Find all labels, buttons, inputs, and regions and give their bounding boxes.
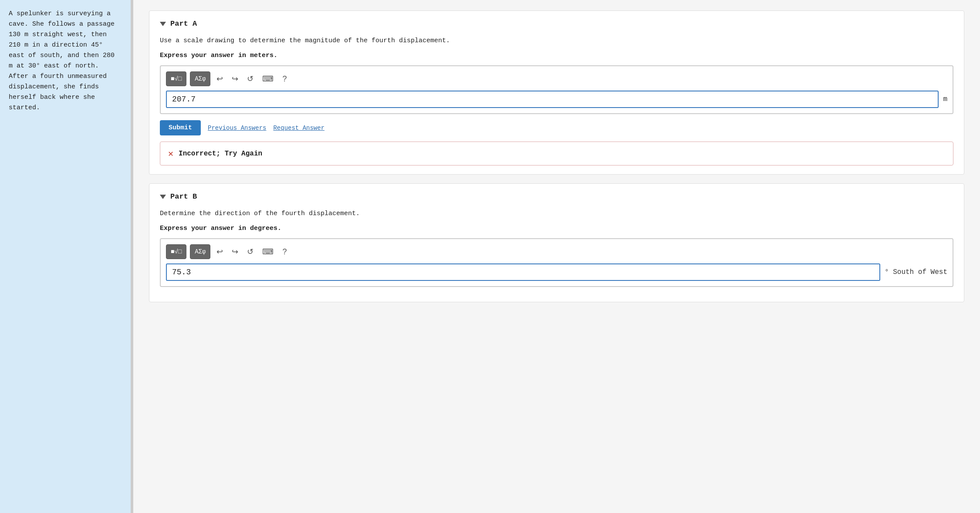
part-a-label: Part A (170, 20, 197, 28)
problem-panel: A spelunker is surveying a cave. She fol… (0, 0, 131, 513)
part-a-instruction: Use a scale drawing to determine the mag… (160, 36, 953, 46)
part-a-answer-box: ■√□ ΑΣφ ↩ ↪ ↺ ⌨ ? m (160, 65, 953, 114)
part-a-radical-button[interactable]: ■√□ (166, 71, 186, 86)
problem-text: A spelunker is surveying a cave. She fol… (9, 9, 122, 113)
incorrect-x-icon: ✕ (168, 148, 173, 159)
part-a-redo-button[interactable]: ↪ (229, 72, 241, 85)
part-b-express: Express your answer in degrees. (160, 223, 953, 234)
part-b-refresh-button[interactable]: ↺ (244, 245, 256, 258)
part-a-request-answer-button[interactable]: Request Answer (273, 125, 324, 132)
part-a-header: Part A (160, 20, 953, 28)
part-b-toolbar: ■√□ ΑΣφ ↩ ↪ ↺ ⌨ ? (166, 244, 947, 259)
part-b-answer-box: ■√□ ΑΣφ ↩ ↪ ↺ ⌨ ? ° South of West (160, 238, 953, 287)
answer-panel: Part A Use a scale drawing to determine … (133, 0, 980, 513)
part-a-submit-button[interactable]: Submit (160, 120, 201, 135)
part-b-answer-input[interactable] (166, 263, 880, 281)
part-a-refresh-button[interactable]: ↺ (244, 72, 256, 85)
part-a-keyboard-button[interactable]: ⌨ (260, 72, 276, 85)
part-b-redo-button[interactable]: ↪ (229, 245, 241, 258)
part-b-help-button[interactable]: ? (280, 246, 289, 258)
part-b-undo-button[interactable]: ↩ (214, 245, 226, 258)
part-b-input-row: ° South of West (166, 263, 947, 281)
part-a-feedback-box: ✕ Incorrect; Try Again (160, 142, 953, 165)
part-a-section: Part A Use a scale drawing to determine … (149, 10, 964, 175)
part-b-symbol-button[interactable]: ΑΣφ (190, 244, 210, 259)
incorrect-message: Incorrect; Try Again (179, 150, 262, 158)
part-a-symbol-button[interactable]: ΑΣφ (190, 71, 210, 86)
part-a-undo-button[interactable]: ↩ (214, 72, 226, 85)
part-b-section: Part B Determine the direction of the fo… (149, 183, 964, 302)
part-a-toolbar: ■√□ ΑΣφ ↩ ↪ ↺ ⌨ ? (166, 71, 947, 86)
part-b-keyboard-button[interactable]: ⌨ (260, 245, 276, 258)
part-a-answer-input[interactable] (166, 91, 939, 108)
part-b-unit: ° South of West (885, 268, 947, 276)
part-a-previous-answers-button[interactable]: Previous Answers (208, 125, 266, 132)
part-a-action-row: Submit Previous Answers Request Answer (160, 120, 953, 135)
part-a-express: Express your answer in meters. (160, 51, 953, 61)
part-a-help-button[interactable]: ? (280, 73, 289, 85)
part-b-radical-button[interactable]: ■√□ (166, 244, 186, 259)
part-a-input-row: m (166, 91, 947, 108)
part-a-unit: m (943, 95, 947, 103)
part-b-label: Part B (170, 192, 197, 201)
part-b-instruction: Determine the direction of the fourth di… (160, 209, 953, 219)
part-a-chevron-icon[interactable] (160, 22, 166, 26)
part-b-chevron-icon[interactable] (160, 195, 166, 199)
part-b-header: Part B (160, 192, 953, 201)
